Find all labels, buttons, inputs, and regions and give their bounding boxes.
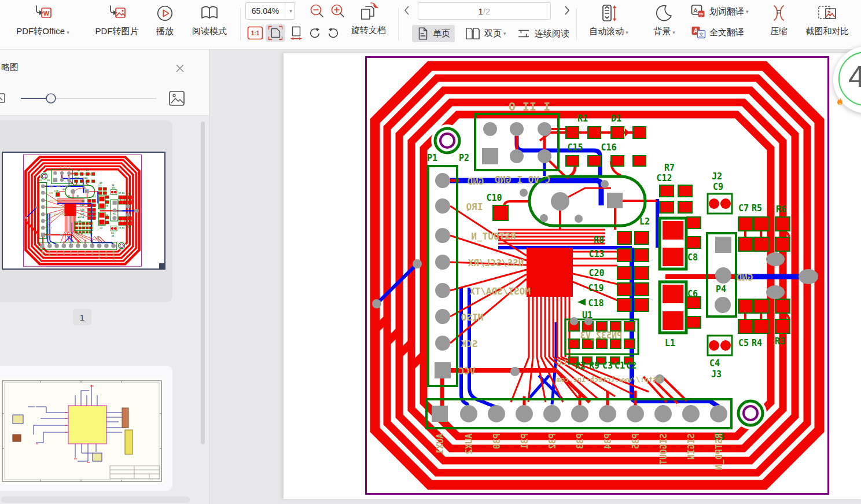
pdf-to-image-button[interactable]: PDF转图片 xyxy=(88,2,146,37)
toolbar: W PDF转Office▾ PDF转图片 播放 xyxy=(0,0,861,50)
zoom-dropdown-button[interactable]: ▾ xyxy=(285,3,295,19)
play-icon xyxy=(156,2,174,24)
chevron-down-icon: ▾ xyxy=(746,9,749,14)
play-label: 播放 xyxy=(156,25,174,37)
chevron-left-icon xyxy=(403,5,411,16)
rotate-ccw-button[interactable] xyxy=(326,25,341,41)
panel-title: 略图 xyxy=(1,62,19,73)
sidebar-vertical-scrollbar[interactable] xyxy=(201,122,205,444)
chevron-down-icon: ▾ xyxy=(67,30,69,35)
rotate-document-label: 旋转文档 xyxy=(351,24,386,36)
single-page-label: 单页 xyxy=(433,28,450,39)
screenshot-compare-icon xyxy=(818,2,837,24)
flame-icon xyxy=(836,97,845,108)
close-panel-button[interactable] xyxy=(175,63,185,73)
read-mode-label: 阅读模式 xyxy=(192,25,227,37)
read-mode-button[interactable]: 阅读模式 xyxy=(185,2,234,37)
toolbar-divider xyxy=(398,8,399,41)
screenshot-compare-label: 截图和对比 xyxy=(806,25,849,37)
page-number-badge: 1 xyxy=(73,309,91,325)
rotate-ccw-icon xyxy=(326,26,340,40)
widget-number: 4 xyxy=(848,59,861,94)
document-viewport[interactable] xyxy=(209,49,861,504)
pdf-to-image-icon xyxy=(107,2,127,24)
double-page-icon xyxy=(465,27,481,41)
slider-handle[interactable] xyxy=(46,94,56,103)
auto-scroll-icon xyxy=(599,2,618,24)
toolbar-divider xyxy=(240,8,241,41)
current-page: 1 xyxy=(479,6,483,16)
chevron-down-icon: ▾ xyxy=(289,8,292,14)
rotate-document-button[interactable]: 旋转文档 xyxy=(348,1,389,36)
thumbnail-page-1[interactable] xyxy=(2,152,165,270)
chevron-down-icon: ▾ xyxy=(625,30,628,35)
zoom-level-control[interactable]: 65.04% ▾ xyxy=(245,2,295,20)
page-number-input[interactable]: 1/2 xyxy=(418,2,551,20)
book-icon xyxy=(199,2,220,24)
sidebar-horizontal-scrollbar[interactable] xyxy=(1,496,190,503)
next-page-button[interactable] xyxy=(561,3,573,17)
zoom-in-button[interactable] xyxy=(330,3,346,19)
one-to-one-icon: 1:1 xyxy=(247,26,263,40)
small-image-icon xyxy=(0,94,5,102)
svg-text:文: 文 xyxy=(699,32,704,38)
fit-page-icon xyxy=(267,25,284,41)
double-page-label: 双页 xyxy=(484,28,502,39)
rotate-cw-button[interactable] xyxy=(307,25,322,41)
close-icon xyxy=(175,63,185,73)
svg-text:1:1: 1:1 xyxy=(251,30,260,36)
svg-text:W: W xyxy=(43,10,50,17)
actual-size-button[interactable]: 1:1 xyxy=(246,25,264,41)
schematic-drawing xyxy=(0,379,164,483)
background-label: 背景 xyxy=(653,26,671,36)
rotate-document-icon xyxy=(358,1,380,23)
moon-icon xyxy=(655,2,674,24)
fit-width-icon xyxy=(288,25,304,41)
previous-page-button[interactable] xyxy=(401,3,413,17)
double-page-button[interactable]: 双页 ▾ xyxy=(460,25,511,42)
fit-page-button[interactable] xyxy=(266,24,285,42)
full-translate-button[interactable]: A 文 全文翻译 xyxy=(686,24,749,41)
divider xyxy=(0,115,209,116)
background-button[interactable]: 背景▾ xyxy=(647,2,682,38)
pcb-page-drawing xyxy=(284,53,861,499)
svg-text:中: 中 xyxy=(699,12,704,17)
continuous-read-icon xyxy=(516,27,531,41)
screenshot-compare-button[interactable]: 截图和对比 xyxy=(800,2,855,37)
divider xyxy=(209,49,209,504)
full-translate-icon: A 文 xyxy=(691,25,706,40)
pdf-to-office-icon: W xyxy=(33,2,53,24)
zoom-level-value: 65.04% xyxy=(246,6,285,16)
chevron-right-icon xyxy=(563,5,571,16)
auto-scroll-label: 自动滚动 xyxy=(589,26,624,36)
pdf-to-office-label: PDF转Office xyxy=(16,26,65,36)
compress-button[interactable]: 压缩 xyxy=(765,2,793,37)
chevron-down-icon: ▾ xyxy=(672,30,675,35)
zoom-out-icon xyxy=(310,3,325,19)
word-translate-icon: A 中 xyxy=(691,4,706,19)
play-button[interactable]: 播放 xyxy=(149,2,181,37)
single-page-button[interactable]: 单页 xyxy=(412,25,455,42)
auto-scroll-button[interactable]: 自动滚动▾ xyxy=(582,2,635,38)
fit-width-button[interactable] xyxy=(288,25,305,41)
chevron-down-icon: ▾ xyxy=(503,31,506,36)
word-translate-label: 划词翻译 xyxy=(709,6,744,17)
zoom-out-button[interactable] xyxy=(309,3,325,19)
svg-text:A: A xyxy=(693,7,698,14)
zoom-in-icon xyxy=(330,3,345,19)
selection-corner-mark xyxy=(159,263,165,269)
thumbnail-size-slider-row xyxy=(0,90,197,107)
toolbar-divider xyxy=(576,8,577,41)
word-translate-button[interactable]: A 中 划词翻译 ▾ xyxy=(686,3,753,20)
pdf-to-image-label: PDF转图片 xyxy=(95,25,139,37)
pdf-to-office-button[interactable]: W PDF转Office▾ xyxy=(6,2,80,38)
total-pages: /2 xyxy=(483,6,491,16)
continuous-read-button[interactable]: 连续阅读 xyxy=(512,25,574,42)
pdf-page-1 xyxy=(284,53,861,499)
full-translate-label: 全文翻译 xyxy=(709,27,744,38)
thumbnail-panel: 略图 1 xyxy=(0,49,209,504)
large-image-icon xyxy=(170,91,184,105)
compress-label: 压缩 xyxy=(770,25,788,37)
single-page-icon xyxy=(417,27,429,41)
thumbnail-page-2[interactable] xyxy=(0,379,164,483)
